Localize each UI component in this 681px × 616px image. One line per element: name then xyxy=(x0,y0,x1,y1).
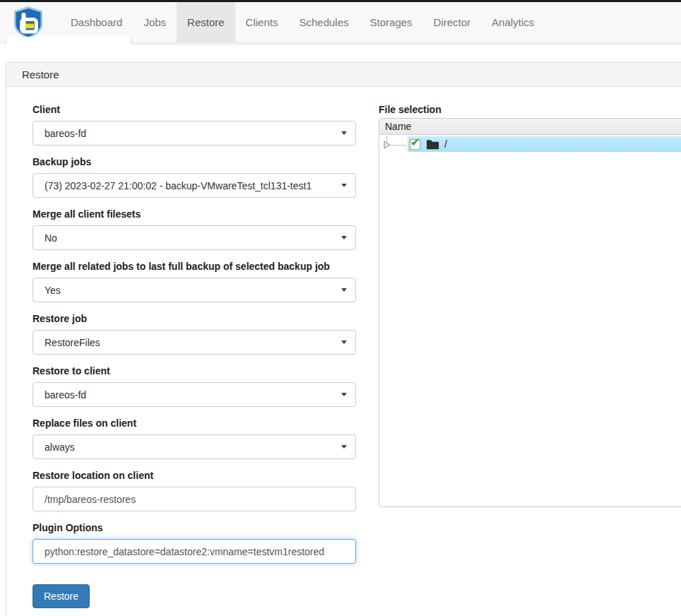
chevron-down-icon xyxy=(341,236,347,239)
plugin-options-input[interactable] xyxy=(32,539,356,564)
backup-jobs-select-value: (73) 2023-02-27 21:00:02 - backup-VMware… xyxy=(45,180,341,191)
backup-jobs-label: Backup jobs xyxy=(32,156,356,167)
restore-to-client-select[interactable]: bareos-fd xyxy=(32,382,356,407)
nav-tabs: Dashboard Jobs Restore Clients Schedules… xyxy=(60,2,545,42)
restore-job-select[interactable]: RestoreFiles xyxy=(32,330,356,355)
tree-connector xyxy=(379,136,408,152)
nav-item-clients[interactable]: Clients xyxy=(235,2,289,42)
shield-logo-icon xyxy=(12,6,45,40)
tree-column-header: Name xyxy=(379,119,681,135)
plugin-options-label: Plugin Options xyxy=(32,522,356,533)
backup-jobs-select[interactable]: (73) 2023-02-27 21:00:02 - backup-VMware… xyxy=(32,173,356,198)
form-group-restore-to-client: Restore to client bareos-fd xyxy=(32,365,356,407)
form-group-backup-jobs: Backup jobs (73) 2023-02-27 21:00:02 - b… xyxy=(32,156,356,198)
node-label: / xyxy=(444,138,447,150)
merge-related-label: Merge all related jobs to last full back… xyxy=(32,261,356,272)
restore-location-label: Restore location on client xyxy=(32,470,356,481)
restore-button[interactable]: Restore xyxy=(32,584,90,608)
chevron-down-icon xyxy=(341,340,347,344)
restore-panel: Restore Client bareos-fd Backup jobs (73… xyxy=(6,62,681,616)
restore-form: Client bareos-fd Backup jobs (73) 2023-0… xyxy=(32,104,356,608)
folder-icon xyxy=(426,139,439,150)
restore-job-select-value: RestoreFiles xyxy=(45,337,341,348)
form-group-plugin-options: Plugin Options xyxy=(32,522,356,564)
merge-filesets-select[interactable]: No xyxy=(32,225,356,250)
merge-related-select-value: Yes xyxy=(45,285,341,296)
chevron-down-icon xyxy=(341,131,347,135)
file-selection-section: File selection Name ✔ xyxy=(379,104,681,507)
restore-to-client-select-value: bareos-fd xyxy=(45,389,341,401)
nav-item-jobs[interactable]: Jobs xyxy=(133,2,177,42)
nav-item-analytics[interactable]: Analytics xyxy=(481,2,545,42)
form-group-merge-filesets: Merge all client filesets No xyxy=(32,208,356,250)
client-select-value: bareos-fd xyxy=(45,128,341,139)
panel-title: Restore xyxy=(6,63,681,87)
form-group-replace-files: Replace files on client always xyxy=(32,417,356,459)
nav-item-director[interactable]: Director xyxy=(423,2,482,42)
merge-filesets-label: Merge all client filesets xyxy=(32,208,356,220)
client-select[interactable]: bareos-fd xyxy=(32,121,356,146)
nav-item-restore[interactable]: Restore xyxy=(177,2,235,42)
tree-row: ✔ / xyxy=(379,136,681,152)
file-tree-panel: Name ✔ xyxy=(379,118,681,507)
restore-location-input[interactable] xyxy=(32,487,356,511)
chevron-down-icon xyxy=(341,184,347,187)
form-group-restore-job: Restore job RestoreFiles xyxy=(32,313,356,355)
form-group-restore-location: Restore location on client xyxy=(32,470,356,511)
node-checkbox[interactable]: ✔ xyxy=(410,139,420,150)
restore-to-client-label: Restore to client xyxy=(32,365,356,377)
tree-expand-icon[interactable] xyxy=(383,141,391,149)
file-selection-title: File selection xyxy=(379,104,681,115)
form-group-client: Client bareos-fd xyxy=(32,104,356,146)
restore-job-label: Restore job xyxy=(32,313,356,324)
tree-node-root[interactable]: ✔ / xyxy=(408,136,681,152)
chevron-down-icon xyxy=(341,393,347,396)
bareos-logo[interactable] xyxy=(12,6,45,40)
form-group-merge-related: Merge all related jobs to last full back… xyxy=(32,261,356,302)
merge-filesets-select-value: No xyxy=(45,232,341,244)
nav-item-schedules[interactable]: Schedules xyxy=(288,2,359,42)
merge-related-select[interactable]: Yes xyxy=(32,278,356,302)
replace-files-select-value: always xyxy=(45,442,341,453)
chevron-down-icon xyxy=(341,445,347,449)
active-subtab[interactable] xyxy=(6,37,131,45)
replace-files-select[interactable]: always xyxy=(32,434,356,459)
subtab-divider xyxy=(131,44,681,45)
check-icon: ✔ xyxy=(410,136,420,149)
chevron-down-icon xyxy=(341,288,347,292)
panel-body: Client bareos-fd Backup jobs (73) 2023-0… xyxy=(6,87,681,616)
nav-item-storages[interactable]: Storages xyxy=(360,2,423,42)
replace-files-label: Replace files on client xyxy=(32,417,356,429)
client-label: Client xyxy=(32,104,356,115)
